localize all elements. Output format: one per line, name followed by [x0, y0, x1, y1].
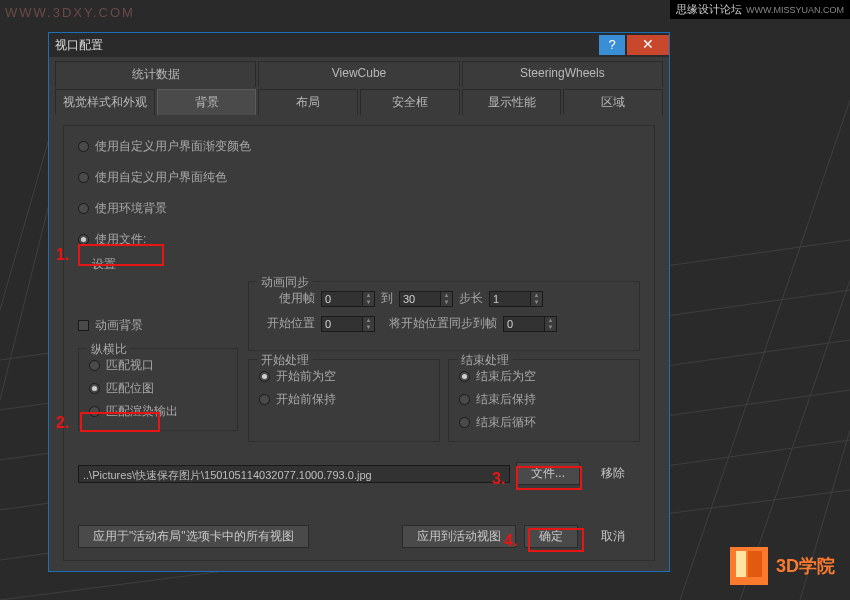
- radio-icon: [259, 394, 270, 405]
- close-button[interactable]: ✕: [627, 35, 669, 55]
- dialog-title: 视口配置: [49, 37, 599, 54]
- spinner-use-frame[interactable]: ▲▼: [321, 291, 375, 307]
- radio-match-render[interactable]: 匹配渲染输出: [89, 403, 227, 420]
- radio-end-hold[interactable]: 结束后保持: [459, 391, 629, 408]
- radio-icon: [78, 203, 89, 214]
- group-aspect: 纵横比 匹配视口 匹配位图 匹配渲染输出: [78, 348, 238, 431]
- tab-display-perf[interactable]: 显示性能: [462, 89, 562, 115]
- tab-visual-style[interactable]: 视觉样式和外观: [55, 89, 155, 115]
- annotation-1: 1.: [56, 246, 69, 264]
- tab-viewcube[interactable]: ViewCube: [258, 61, 459, 87]
- radio-icon: [78, 172, 89, 183]
- spinner-to[interactable]: ▲▼: [399, 291, 453, 307]
- annotation-4: 4.: [504, 532, 517, 550]
- filepath-display: ..\Pictures\快速保存图片\150105114032077.1000.…: [78, 465, 510, 483]
- radio-end-loop[interactable]: 结束后循环: [459, 414, 629, 431]
- ok-button[interactable]: 确定: [524, 525, 578, 548]
- radio-match-bitmap[interactable]: 匹配位图: [89, 380, 227, 397]
- spinner-sync-start[interactable]: ▲▼: [503, 316, 557, 332]
- annotation-2: 2.: [56, 414, 69, 432]
- group-start-proc: 开始处理 开始前为空 开始前保持: [248, 359, 440, 442]
- radio-match-viewport[interactable]: 匹配视口: [89, 357, 227, 374]
- tab-statistics[interactable]: 统计数据: [55, 61, 256, 87]
- tab-steeringwheels[interactable]: SteeringWheels: [462, 61, 663, 87]
- browse-file-button[interactable]: 文件...: [516, 462, 580, 485]
- radio-icon: [78, 141, 89, 152]
- setup-label: 设置: [92, 256, 640, 273]
- tab-strip: 统计数据 ViewCube SteeringWheels 视觉样式和外观 背景 …: [49, 57, 669, 115]
- group-anim-sync: 动画同步 使用帧 ▲▼ 到 ▲▼ 步长 ▲▼ 开始位置 ▲▼ 将开始位: [248, 281, 640, 351]
- radio-icon: [89, 360, 100, 371]
- spinner-step[interactable]: ▲▼: [489, 291, 543, 307]
- radio-icon: [459, 394, 470, 405]
- radio-icon: [89, 406, 100, 417]
- help-button[interactable]: ?: [599, 35, 625, 55]
- annotation-3: 3.: [492, 470, 505, 488]
- titlebar[interactable]: 视口配置 ? ✕: [49, 33, 669, 57]
- group-end-proc: 结束处理 结束后为空 结束后保持 结束后循环: [448, 359, 640, 442]
- cancel-button[interactable]: 取消: [586, 525, 640, 548]
- radio-end-blank[interactable]: 结束后为空: [459, 368, 629, 385]
- svg-line-6: [680, 100, 850, 600]
- spinner-start-pos[interactable]: ▲▼: [321, 316, 375, 332]
- watermark-top-left: WWW.3DXY.COM: [5, 5, 135, 20]
- tab-background[interactable]: 背景: [157, 89, 257, 115]
- radio-solid[interactable]: 使用自定义用户界面纯色: [78, 169, 640, 186]
- apply-all-button[interactable]: 应用于"活动布局"选项卡中的所有视图: [78, 525, 309, 548]
- watermark-bottom-right: 3D学院: [730, 547, 835, 585]
- radio-icon: [78, 234, 89, 245]
- radio-start-hold[interactable]: 开始前保持: [259, 391, 429, 408]
- svg-line-10: [0, 200, 50, 400]
- radio-icon: [459, 371, 470, 382]
- viewport-config-dialog: 视口配置 ? ✕ 统计数据 ViewCube SteeringWheels 视觉…: [48, 32, 670, 572]
- radio-gradient[interactable]: 使用自定义用户界面渐变颜色: [78, 138, 640, 155]
- remove-file-button[interactable]: 移除: [586, 462, 640, 485]
- radio-icon: [459, 417, 470, 428]
- checkbox-anim-bg[interactable]: 动画背景: [78, 317, 238, 334]
- watermark-top-right: 思缘设计论坛WWW.MISSYUAN.COM: [670, 0, 850, 19]
- radio-use-file[interactable]: 使用文件:: [78, 231, 640, 248]
- radio-start-blank[interactable]: 开始前为空: [259, 368, 429, 385]
- radio-icon: [89, 383, 100, 394]
- apply-active-button[interactable]: 应用到活动视图: [402, 525, 516, 548]
- radio-environment[interactable]: 使用环境背景: [78, 200, 640, 217]
- radio-icon: [259, 371, 270, 382]
- tab-regions[interactable]: 区域: [563, 89, 663, 115]
- tab-safeframe[interactable]: 安全框: [360, 89, 460, 115]
- tab-layout[interactable]: 布局: [258, 89, 358, 115]
- background-panel: 使用自定义用户界面渐变颜色 使用自定义用户界面纯色 使用环境背景 使用文件: 设…: [63, 125, 655, 561]
- checkbox-icon: [78, 320, 89, 331]
